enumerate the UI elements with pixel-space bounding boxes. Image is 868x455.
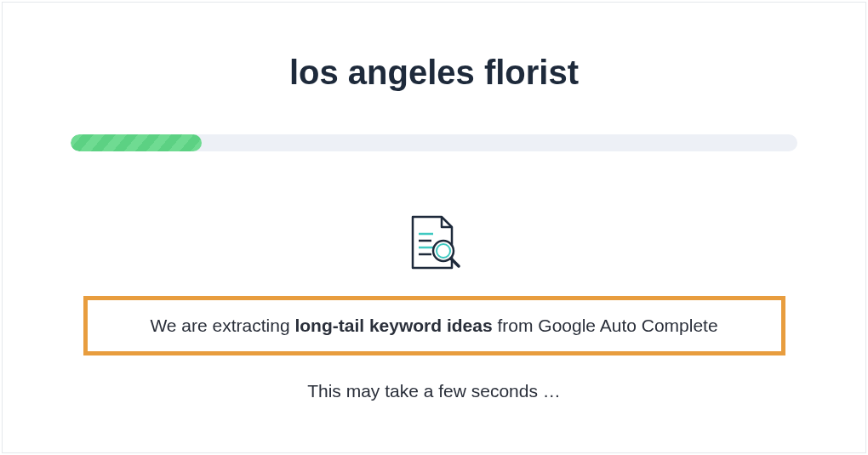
progress-bar-fill bbox=[71, 134, 202, 151]
status-bold: long-tail keyword ideas bbox=[294, 316, 492, 335]
progress-bar bbox=[71, 134, 797, 151]
status-message: We are extracting long-tail keyword idea… bbox=[113, 316, 756, 336]
wait-message: This may take a few seconds … bbox=[307, 381, 561, 401]
document-search-icon bbox=[400, 211, 468, 275]
status-prefix: We are extracting bbox=[150, 316, 294, 335]
loading-panel: los angeles florist We are extracting lo… bbox=[2, 2, 866, 453]
status-highlight-box: We are extracting long-tail keyword idea… bbox=[83, 296, 785, 355]
status-suffix: from Google Auto Complete bbox=[493, 316, 718, 335]
search-query-heading: los angeles florist bbox=[289, 54, 579, 92]
